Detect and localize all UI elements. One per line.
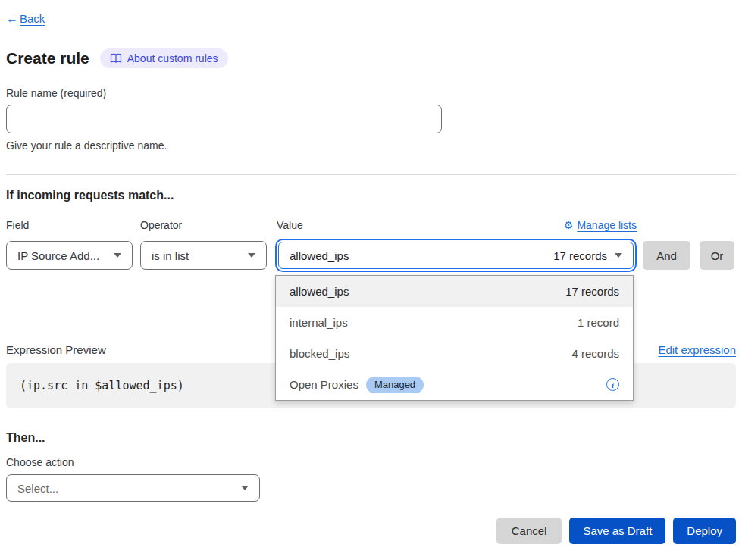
list-item-name: blocked_ips	[290, 347, 349, 360]
list-item-name: internal_ips	[290, 316, 348, 329]
chevron-down-icon	[248, 253, 255, 258]
back-link[interactable]: ←Back	[6, 12, 45, 25]
expression-code: (ip.src in $allowed_ips)	[20, 379, 184, 393]
action-select[interactable]: Select...	[6, 474, 260, 502]
deploy-button[interactable]: Deploy	[673, 518, 736, 544]
list-item-name: allowed_ips	[290, 285, 349, 298]
operator-label: Operator	[140, 219, 277, 231]
chevron-down-icon	[615, 253, 622, 258]
chevron-down-icon	[241, 486, 249, 490]
list-item-blocked-ips[interactable]: blocked_ips 4 records	[276, 338, 633, 369]
save-as-draft-button[interactable]: Save as Draft	[569, 518, 665, 544]
about-custom-rules-link[interactable]: About custom rules	[100, 48, 228, 68]
cancel-button[interactable]: Cancel	[496, 518, 562, 544]
list-dropdown-panel: allowed_ips 17 records internal_ips 1 re…	[275, 275, 634, 401]
list-item-records: 4 records	[571, 347, 619, 360]
action-select-placeholder: Select...	[17, 482, 233, 495]
info-icon[interactable]: i	[606, 378, 619, 391]
expression-preview-label: Expression Preview	[6, 343, 106, 356]
value-select-focus-ring: allowed_ips 17 records	[275, 239, 637, 272]
field-select[interactable]: IP Source Add...	[6, 241, 133, 270]
book-icon	[110, 53, 122, 64]
operator-select-value: is in list	[152, 249, 240, 262]
manage-lists-link[interactable]: ⚙ Manage lists	[564, 219, 637, 231]
rule-name-helper-text: Give your rule a descriptive name.	[6, 139, 736, 152]
edit-expression-label: Edit expression	[658, 343, 736, 356]
operator-select[interactable]: is in list	[140, 241, 267, 270]
and-button[interactable]: And	[643, 241, 690, 270]
page-title: Create rule	[6, 49, 89, 67]
section-divider	[6, 174, 736, 175]
field-select-value: IP Source Add...	[17, 249, 106, 262]
back-link-label: Back	[20, 12, 45, 25]
choose-action-label: Choose action	[6, 456, 736, 468]
value-select[interactable]: allowed_ips 17 records	[278, 242, 634, 269]
rule-name-label: Rule name (required)	[6, 87, 736, 99]
gear-icon: ⚙	[564, 219, 574, 231]
list-item-internal-ips[interactable]: internal_ips 1 record	[276, 307, 633, 338]
list-item-records: 17 records	[565, 285, 619, 298]
managed-badge: Managed	[366, 377, 424, 393]
field-label: Field	[6, 219, 140, 231]
back-arrow-icon: ←	[6, 12, 18, 25]
value-label: Value	[277, 219, 564, 231]
about-custom-rules-label: About custom rules	[127, 52, 218, 64]
value-select-records: 17 records	[553, 249, 607, 262]
chevron-down-icon	[114, 253, 121, 258]
then-section-heading: Then...	[6, 431, 736, 445]
rule-name-input[interactable]	[6, 105, 442, 133]
manage-lists-label: Manage lists	[577, 219, 637, 231]
or-button[interactable]: Or	[700, 241, 734, 270]
list-item-records: 1 record	[578, 316, 619, 329]
list-item-name: Open Proxies	[290, 378, 358, 391]
value-select-name: allowed_ips	[290, 249, 349, 262]
list-item-open-proxies[interactable]: Open Proxies Managed i	[276, 369, 633, 400]
edit-expression-link[interactable]: Edit expression	[658, 343, 736, 356]
list-item-allowed-ips[interactable]: allowed_ips 17 records	[276, 276, 633, 307]
match-section-heading: If incoming requests match...	[6, 189, 736, 202]
